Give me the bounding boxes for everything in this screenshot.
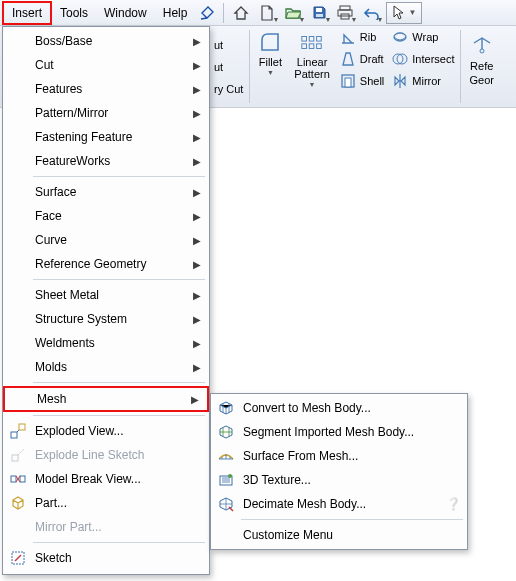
blank-icon xyxy=(7,150,29,172)
menu-insert[interactable]: Insert xyxy=(2,1,52,25)
menu-item-surface[interactable]: Surface▶ xyxy=(3,180,209,204)
submenu-arrow-icon: ▶ xyxy=(193,156,203,167)
submenu-item-label: Surface From Mesh... xyxy=(237,449,461,463)
open-icon[interactable]: ▼ xyxy=(280,1,306,25)
menu-help[interactable]: Help xyxy=(155,3,196,23)
submenu-item-customize-menu[interactable]: Customize Menu xyxy=(211,523,467,547)
submenu-arrow-icon: ▶ xyxy=(193,187,203,198)
submenu-arrow-icon: ▶ xyxy=(193,235,203,246)
svg-rect-17 xyxy=(11,432,17,438)
menu-item-fastening-feature[interactable]: Fastening Feature▶ xyxy=(3,125,209,149)
menu-item-exploded-view[interactable]: Exploded View... xyxy=(3,419,209,443)
ribbon-partial-rycut[interactable]: ry Cut xyxy=(210,78,247,100)
segment-icon xyxy=(215,423,237,441)
submenu-item-label: Decimate Mesh Body... xyxy=(237,497,446,511)
menu-item-label: Boss/Base xyxy=(29,34,193,48)
menu-item-sketch[interactable]: Sketch xyxy=(3,546,209,570)
submenu-item-surface-from-mesh[interactable]: Surface From Mesh... xyxy=(211,444,467,468)
blank-icon xyxy=(7,54,29,76)
menu-item-sheet-metal[interactable]: Sheet Metal▶ xyxy=(3,283,209,307)
insert-menu-dropdown: Boss/Base▶Cut▶Features▶Pattern/Mirror▶Fa… xyxy=(2,26,210,575)
svg-point-16 xyxy=(480,49,484,53)
menu-item-part[interactable]: Part... xyxy=(3,491,209,515)
print-icon[interactable]: ▼ xyxy=(332,1,358,25)
submenu-arrow-icon: ▶ xyxy=(193,108,203,119)
menu-item-label: Exploded View... xyxy=(29,424,203,438)
submenu-arrow-icon: ▶ xyxy=(193,290,203,301)
menu-item-face[interactable]: Face▶ xyxy=(3,204,209,228)
blank-icon xyxy=(7,102,29,124)
wrap-icon xyxy=(392,29,408,45)
menu-item-label: Curve xyxy=(29,233,193,247)
svg-rect-18 xyxy=(19,424,25,430)
home-icon[interactable] xyxy=(228,1,254,25)
submenu-item-label: Customize Menu xyxy=(237,528,461,542)
select-cursor-button[interactable]: ▼ xyxy=(386,2,422,24)
pin-icon[interactable] xyxy=(195,1,219,25)
break-icon xyxy=(7,468,29,490)
help-icon[interactable]: ❔ xyxy=(446,497,461,511)
submenu-item-segment-imported-mesh-body[interactable]: Segment Imported Mesh Body... xyxy=(211,420,467,444)
submenu-arrow-icon: ▶ xyxy=(193,211,203,222)
ribbon-partial-cut[interactable]: ut xyxy=(210,34,247,56)
convert-icon xyxy=(215,399,237,417)
submenu-arrow-icon: ▶ xyxy=(193,259,203,270)
undo-icon[interactable]: ▼ xyxy=(358,1,384,25)
blank-icon xyxy=(7,181,29,203)
rib-button[interactable]: Rib xyxy=(336,26,388,48)
intersect-button[interactable]: Intersect xyxy=(388,48,458,70)
submenu-item-convert-to-mesh-body[interactable]: Convert to Mesh Body... xyxy=(211,396,467,420)
menu-item-featureworks[interactable]: FeatureWorks▶ xyxy=(3,149,209,173)
menu-item-structure-system[interactable]: Structure System▶ xyxy=(3,307,209,331)
menu-tools[interactable]: Tools xyxy=(52,3,96,23)
svg-rect-5 xyxy=(302,36,307,41)
menu-item-label: Pattern/Mirror xyxy=(29,106,193,120)
draft-button[interactable]: Draft xyxy=(336,48,388,70)
submenu-arrow-icon: ▶ xyxy=(191,394,201,405)
intersect-icon xyxy=(392,51,408,67)
tex3d-icon xyxy=(215,471,237,489)
ref-geometry-button[interactable]: Refe Geor xyxy=(463,26,499,107)
submenu-arrow-icon: ▶ xyxy=(193,314,203,325)
blank-icon xyxy=(7,205,29,227)
blank-icon xyxy=(7,332,29,354)
svg-rect-2 xyxy=(340,6,350,10)
menu-item-cut[interactable]: Cut▶ xyxy=(3,53,209,77)
wrap-button[interactable]: Wrap xyxy=(388,26,458,48)
menu-item-model-break-view[interactable]: Model Break View... xyxy=(3,467,209,491)
blank-icon xyxy=(9,388,31,410)
menu-item-reference-geometry[interactable]: Reference Geometry▶ xyxy=(3,252,209,276)
menu-item-label: Face xyxy=(29,209,193,223)
shell-button[interactable]: Shell xyxy=(336,70,388,92)
menu-item-mesh[interactable]: Mesh▶ xyxy=(3,386,209,412)
menu-item-label: Structure System xyxy=(29,312,193,326)
mirror-button[interactable]: Mirror xyxy=(388,70,458,92)
decimate-icon xyxy=(215,495,237,513)
menu-item-pattern-mirror[interactable]: Pattern/Mirror▶ xyxy=(3,101,209,125)
submenu-item-label: Convert to Mesh Body... xyxy=(237,401,461,415)
blank-icon xyxy=(7,516,29,538)
linear-pattern-button[interactable]: Linear Pattern ▼ xyxy=(288,26,335,107)
blank-icon xyxy=(7,126,29,148)
submenu-item-3d-texture[interactable]: 3D Texture... xyxy=(211,468,467,492)
blank-icon xyxy=(7,356,29,378)
fillet-button[interactable]: Fillet ▼ xyxy=(252,26,288,107)
svg-rect-21 xyxy=(20,476,25,482)
ribbon-partial-cut2[interactable]: ut xyxy=(210,56,247,78)
menu-item-curve[interactable]: Curve▶ xyxy=(3,228,209,252)
menu-item-boss-base[interactable]: Boss/Base▶ xyxy=(3,29,209,53)
divider xyxy=(33,279,205,280)
linear-pattern-icon xyxy=(300,30,324,54)
separator xyxy=(223,3,224,23)
menu-item-weldments[interactable]: Weldments▶ xyxy=(3,331,209,355)
menu-window[interactable]: Window xyxy=(96,3,155,23)
divider xyxy=(33,542,205,543)
divider xyxy=(33,382,205,383)
save-icon[interactable]: ▼ xyxy=(306,1,332,25)
menu-item-features[interactable]: Features▶ xyxy=(3,77,209,101)
new-doc-icon[interactable]: ▼ xyxy=(254,1,280,25)
expline-icon xyxy=(7,444,29,466)
submenu-item-decimate-mesh-body[interactable]: Decimate Mesh Body...❔ xyxy=(211,492,467,516)
menu-item-mirror-part: Mirror Part... xyxy=(3,515,209,539)
menu-item-molds[interactable]: Molds▶ xyxy=(3,355,209,379)
